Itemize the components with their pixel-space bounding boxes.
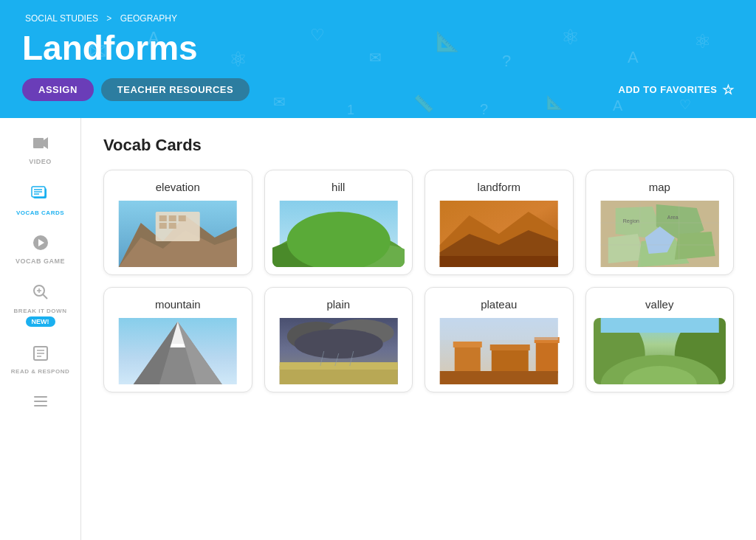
svg-rect-42 [169,215,176,221]
card-label-plain: plain [265,288,413,318]
new-badge: NEW! [26,316,55,327]
vocab-card-valley[interactable]: valley [585,287,735,392]
sidebar-item-video[interactable]: VIDEO [0,125,80,174]
card-image-hill [272,201,405,267]
svg-text:Area: Area [667,215,678,220]
vocab-card-landform[interactable]: landform [425,170,574,275]
vocab-cards-icon [30,183,51,207]
header-buttons: ASSIGN TEACHER RESOURCES [22,78,250,101]
card-image-plain [272,318,405,384]
card-image-elevation [111,201,244,267]
svg-rect-89 [536,340,558,373]
sidebar-item-vocab-game-label: VOCAB GAME [16,257,65,265]
svg-rect-91 [440,371,558,384]
svg-rect-54 [440,256,558,267]
card-label-valley: valley [586,288,734,318]
svg-rect-34 [34,396,47,398]
svg-marker-18 [44,137,48,149]
card-image-valley [594,318,726,384]
svg-text:1: 1 [347,103,354,117]
star-icon: ☆ [722,82,735,98]
read-respond-icon [32,345,49,365]
sidebar-item-more[interactable] [0,384,80,425]
break-it-down-icon [31,283,50,305]
sidebar-item-break-label: BREAK IT DOWN [14,308,67,314]
main-layout: VIDEO VOCAB CARDS VOCAB G [0,118,756,540]
svg-rect-80 [279,362,397,370]
card-label-hill: hill [265,170,413,201]
vocab-card-plain[interactable]: plain [264,287,413,392]
svg-rect-88 [490,345,530,350]
card-label-plateau: plateau [425,288,573,318]
svg-marker-61 [674,232,715,260]
svg-rect-86 [453,342,482,347]
svg-rect-98 [600,318,718,333]
sidebar-item-vocab-cards[interactable]: VOCAB CARDS [0,174,80,225]
page-title: Landforms [22,28,734,68]
svg-rect-92 [440,318,558,340]
card-image-plateau [433,318,566,384]
header-actions: ASSIGN TEACHER RESOURCES ADD TO FAVORITE… [22,78,734,101]
teacher-resources-button[interactable]: TEACHER RESOURCES [101,78,250,101]
svg-rect-85 [455,344,481,373]
card-image-map: Region Area [594,201,726,267]
svg-rect-35 [34,401,47,402]
section-title: Vocab Cards [103,136,734,155]
svg-rect-44 [159,223,167,229]
svg-rect-36 [34,405,47,406]
vocab-card-elevation[interactable]: elevation [103,170,252,275]
svg-text:?: ? [480,101,488,117]
sidebar-item-vocab-cards-label: VOCAB CARDS [16,210,64,216]
vocab-cards-grid: elevation [103,170,734,392]
svg-rect-87 [492,347,529,373]
svg-rect-17 [33,138,44,148]
page-header: ✉ A ⚛ ♡ ✉ 📐 ? ⚛ A ⚛ ✉ 1 📏 ? 📐 A ♡ SOCIAL… [0,0,756,118]
vocab-card-hill[interactable]: hill [264,170,413,275]
card-label-elevation: elevation [104,170,252,201]
svg-rect-43 [179,215,186,221]
sidebar-item-break-it-down[interactable]: BREAK IT DOWN NEW! [0,274,80,336]
card-image-mountain [111,318,244,384]
card-label-mountain: mountain [104,288,252,318]
sidebar-item-read-label: READ & RESPOND [11,368,69,375]
svg-text:Region: Region [622,218,639,224]
add-to-favorites-button[interactable]: ADD TO FAVORITES ☆ [619,82,734,98]
vocab-game-icon [32,234,49,255]
vocab-card-map[interactable]: map Region Area [585,170,735,275]
main-content: Vocab Cards elevation [81,118,756,540]
sidebar-item-vocab-game[interactable]: VOCAB GAME [0,225,80,274]
sidebar: VIDEO VOCAB CARDS VOCAB G [0,118,81,540]
more-icon [32,392,49,413]
card-label-map: map [586,170,734,201]
assign-button[interactable]: ASSIGN [22,78,94,101]
breadcrumb: SOCIAL STUDIES > GEOGRAPHY [22,13,734,24]
svg-line-27 [43,294,47,299]
vocab-card-mountain[interactable]: mountain [103,287,252,392]
video-icon [32,134,49,155]
sidebar-item-read-respond[interactable]: READ & RESPOND [0,336,80,384]
svg-rect-41 [159,215,167,221]
card-image-landform [433,201,566,267]
sidebar-item-video-label: VIDEO [29,158,52,165]
vocab-card-plateau[interactable]: plateau [425,287,574,392]
card-label-landform: landform [425,170,573,201]
svg-rect-45 [169,223,176,229]
